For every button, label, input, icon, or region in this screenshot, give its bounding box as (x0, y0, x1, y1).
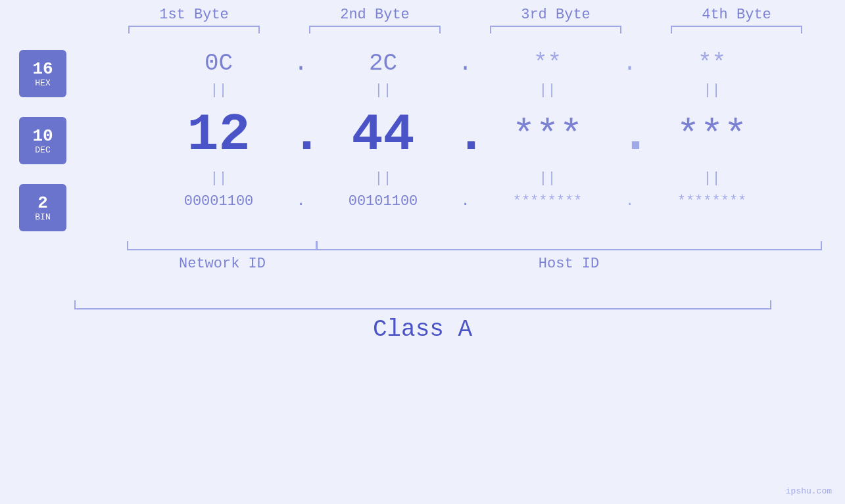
bracket4-wrap (664, 26, 809, 34)
bin-row: 00001100 . 00101100 . ******** . *******… (85, 193, 845, 210)
dec-badge-label: DEC (35, 146, 50, 154)
bracket1 (128, 26, 260, 34)
host-bracket (316, 241, 822, 250)
byte4-header: 4th Byte (664, 7, 809, 23)
bracket3 (490, 26, 621, 34)
byte2-label: 2nd Byte (302, 7, 447, 23)
dec-dot1: . (291, 105, 311, 165)
sep-row-1: || || || || (85, 82, 845, 99)
dec-row: 12 . 44 . *** . *** (85, 105, 845, 165)
hex-b2: 2C (311, 50, 456, 77)
bin-b1: 00001100 (147, 193, 291, 210)
hex-row: 0C . 2C . ** . ** (85, 50, 845, 77)
dec-dot3: . (620, 105, 640, 165)
byte3-label: 3rd Byte (483, 7, 628, 23)
sep-row-2: || || || || (85, 170, 845, 187)
byte1-label: 1st Byte (122, 7, 266, 23)
sep1-b3: || (475, 82, 620, 99)
segment-area: Network ID Host ID (0, 241, 845, 294)
badges-column: 16 HEX 10 DEC 2 BIN (0, 43, 85, 238)
sep1-b2: || (311, 82, 456, 99)
sep1-b1: || (147, 82, 291, 99)
byte1-header: 1st Byte (122, 7, 266, 23)
data-area: 0C . 2C . ** . ** || (85, 43, 845, 238)
host-id-label: Host ID (316, 256, 822, 272)
main-container: 1st Byte 2nd Byte 3rd Byte 4th Byte (0, 0, 845, 504)
top-brackets (104, 26, 827, 34)
hex-b4: ** (640, 50, 785, 77)
byte2-header: 2nd Byte (302, 7, 447, 23)
dec-badge: 10 DEC (19, 117, 66, 164)
hex-dot2: . (456, 50, 475, 77)
bracket1-wrap (122, 26, 266, 34)
dec-b3: *** (475, 113, 620, 158)
hex-badge-label: HEX (35, 79, 50, 87)
byte3-header: 3rd Byte (483, 7, 628, 23)
hex-dot3: . (620, 50, 640, 77)
hex-b3: ** (475, 50, 620, 77)
dec-b2: 44 (311, 105, 456, 165)
hex-dot1: . (291, 50, 311, 77)
bin-badge-number: 2 (37, 195, 48, 212)
bin-dot1: . (291, 193, 311, 210)
bin-dot3: . (620, 193, 640, 210)
sep1-b4: || (640, 82, 785, 99)
bracket2 (309, 26, 441, 34)
dec-b1: 12 (147, 105, 291, 165)
hex-b1: 0C (147, 50, 291, 77)
class-label: Class A (373, 316, 472, 343)
byte-headers-row: 1st Byte 2nd Byte 3rd Byte 4th Byte (104, 7, 827, 23)
bin-dot2: . (456, 193, 475, 210)
class-bracket (74, 300, 771, 309)
bin-b3: ******** (475, 193, 620, 210)
dec-b4: *** (640, 113, 785, 158)
main-grid: 16 HEX 10 DEC 2 BIN 0C . 2C (0, 43, 845, 238)
watermark: ipshu.com (786, 486, 832, 496)
network-bracket (127, 241, 318, 250)
network-id-label: Network ID (127, 256, 318, 272)
hex-badge-number: 16 (32, 60, 53, 78)
dec-badge-number: 10 (32, 127, 53, 145)
bin-badge: 2 BIN (19, 184, 66, 231)
bin-badge-label: BIN (35, 213, 50, 221)
bracket3-wrap (483, 26, 628, 34)
bracket2-wrap (302, 26, 447, 34)
bin-b4: ******** (640, 193, 785, 210)
hex-badge: 16 HEX (19, 50, 66, 97)
bin-b2: 00101100 (311, 193, 456, 210)
byte4-label: 4th Byte (664, 7, 809, 23)
bracket4 (671, 26, 802, 34)
dec-dot2: . (456, 105, 475, 165)
